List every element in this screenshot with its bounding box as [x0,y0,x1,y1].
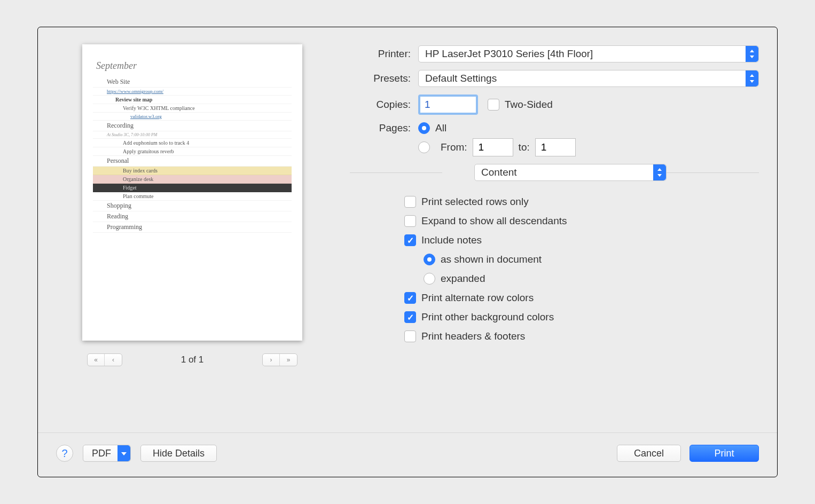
preview-line: Add euphonium solo to track 4 [93,140,292,146]
hide-details-button[interactable]: Hide Details [140,445,217,462]
opt-expand-desc-checkbox[interactable] [404,215,416,227]
updown-icon [746,46,758,62]
notes-shown-label: as shown in document [441,254,542,265]
presets-popup[interactable]: Default Settings [418,70,759,87]
updown-icon [746,70,758,86]
preview-pager: « ‹ 1 of 1 › » [87,353,297,366]
cancel-button[interactable]: Cancel [617,445,681,462]
pdf-label: PDF [92,448,111,459]
preview-line: https://www.omnigroup.com/ [93,89,292,94]
pager-forward-group: › » [262,353,297,366]
opt-headers-label: Print headers & footers [421,330,525,342]
preview-line: Buy index cards [93,168,292,174]
pager-first-button[interactable]: « [88,354,105,366]
pages-to-input[interactable] [535,138,576,156]
pages-all-radio[interactable] [418,122,430,134]
preview-line: Shopping [93,202,292,210]
notes-expanded-radio[interactable] [424,273,435,285]
preview-line: At Studio 3C, 7:00-10:00 PM [93,132,292,137]
preview-line: Review site map [93,97,292,103]
pdf-menu-button[interactable]: PDF [83,445,131,462]
preview-line: Plan commute [93,193,292,199]
preview-line: Apply gratuitous reverb [93,148,292,154]
pager-next-button[interactable]: › [263,354,280,366]
pager-prev-button[interactable]: ‹ [105,354,122,366]
page-indicator: 1 of 1 [181,355,204,365]
printer-label: Printer: [350,48,418,60]
printer-popup[interactable]: HP LaserJet P3010 Series [4th Floor] [418,45,759,62]
presets-label: Presets: [350,73,418,84]
preview-line: Reading [93,212,292,220]
opt-headers-checkbox[interactable] [404,330,416,342]
copies-input[interactable] [418,94,478,115]
printer-value: HP LaserJet P3010 Series [4th Floor] [425,48,593,60]
section-value: Content [481,167,517,178]
preview-line: Verify W3C XHTML compliance [93,105,292,111]
print-dialog: September Web Sitehttps://www.omnigroup.… [37,27,778,477]
opt-expand-desc-label: Expand to show all descendants [421,215,567,227]
section-popup[interactable]: Content [474,164,667,181]
preview-doc-title: September [96,60,292,72]
pager-back-group: « ‹ [87,353,122,366]
opt-include-notes-label: Include notes [421,234,482,246]
dialog-footer: ? PDF Hide Details Cancel Print [38,432,777,477]
opt-selected-rows-checkbox[interactable] [404,196,416,208]
opt-alt-rows-label: Print alternate row colors [421,292,534,304]
pages-label: Pages: [350,122,418,134]
preview-line: Personal [93,157,292,165]
notes-expanded-label: expanded [441,273,485,285]
preview-line: Organize desk [93,176,292,182]
preview-line: Programming [93,223,292,231]
two-sided-label: Two-Sided [505,99,553,111]
presets-value: Default Settings [425,73,497,84]
updown-icon [653,164,666,180]
pages-to-label: to: [519,141,530,153]
pager-last-button[interactable]: » [280,354,297,366]
chevron-down-icon [117,445,130,461]
pages-from-input[interactable] [473,138,513,156]
pages-from-label: From: [441,141,467,153]
opt-alt-rows-checkbox[interactable] [404,292,416,304]
preview-column: September Web Sitehttps://www.omnigroup.… [56,43,328,432]
preview-line: validator.w3.org [93,114,292,119]
notes-shown-radio[interactable] [424,254,435,265]
print-options-form: Printer: HP LaserJet P3010 Series [4th F… [350,43,759,432]
print-preview-page: September Web Sitehttps://www.omnigroup.… [82,44,302,341]
print-button[interactable]: Print [689,445,759,462]
preview-line: Fidget [93,185,292,191]
preview-line: Recording [93,122,292,130]
opt-include-notes-checkbox[interactable] [404,234,416,246]
opt-bg-colors-label: Print other background colors [421,311,554,323]
preview-line: Web Site [93,78,292,86]
copies-label: Copies: [350,99,418,111]
opt-bg-colors-checkbox[interactable] [404,311,416,323]
two-sided-checkbox[interactable] [488,99,499,111]
pages-range-radio[interactable] [418,141,430,153]
pages-all-label: All [435,122,446,134]
opt-selected-rows-label: Print selected rows only [421,196,529,208]
help-button[interactable]: ? [56,445,73,462]
